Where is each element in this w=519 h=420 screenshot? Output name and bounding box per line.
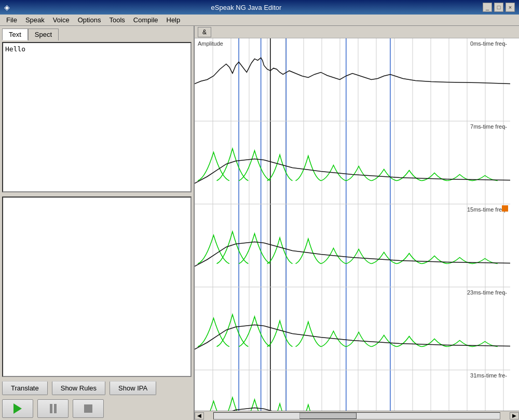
scroll-right-button[interactable]: ► xyxy=(510,412,519,419)
phoneme-display xyxy=(2,197,192,377)
spect-canvas-3 xyxy=(195,287,510,370)
menu-file[interactable]: File xyxy=(2,15,21,25)
spect-panel-2: 15ms-time freq- xyxy=(195,204,510,287)
play-button[interactable] xyxy=(2,399,33,418)
minimize-button[interactable]: _ xyxy=(483,3,492,12)
menu-speak[interactable]: Speak xyxy=(21,15,49,25)
spect-panel-3: 23ms-time freq- xyxy=(195,287,510,370)
spect-panel-4: 31ms-time fre- xyxy=(195,370,510,411)
text-input[interactable]: Hello xyxy=(2,42,192,192)
scrollbar-thumb[interactable] xyxy=(299,413,357,419)
spect-panel-0: Amplitude 0ms-time freq- xyxy=(195,38,510,121)
spect-header: & xyxy=(195,26,519,38)
pause-button[interactable] xyxy=(37,399,69,418)
spect-canvas-0 xyxy=(195,38,510,121)
left-panel: Text Spect Hello Translate Show Rules Sh… xyxy=(0,26,195,420)
playback-controls xyxy=(2,399,192,418)
show-rules-button[interactable]: Show Rules xyxy=(52,381,105,395)
time-label-0: 0ms-time freq- xyxy=(470,40,507,47)
menu-tools[interactable]: Tools xyxy=(105,15,129,25)
menu-help[interactable]: Help xyxy=(162,15,185,25)
main-container: Text Spect Hello Translate Show Rules Sh… xyxy=(0,26,519,420)
menu-options[interactable]: Options xyxy=(74,15,105,25)
spect-tab[interactable]: & xyxy=(198,27,211,37)
spect-canvas-1 xyxy=(195,121,510,204)
spect-canvas-4 xyxy=(195,370,510,411)
time-label-4: 31ms-time fre- xyxy=(470,372,507,379)
time-label-2: 15ms-time freq- xyxy=(467,206,507,213)
maximize-button[interactable]: □ xyxy=(494,3,503,12)
title-bar: ◈ eSpeak NG Java Editor _ □ × xyxy=(0,0,519,15)
pause-icon xyxy=(50,404,57,413)
window-controls: _ □ × xyxy=(483,3,515,12)
play-icon xyxy=(13,403,22,414)
stop-button[interactable] xyxy=(73,399,104,418)
time-label-3: 23ms-time freq- xyxy=(467,289,507,296)
spect-panel-1: 7ms-time freq- xyxy=(195,121,510,204)
scrollbar-track[interactable] xyxy=(213,412,500,419)
scroll-left-button[interactable]: ◄ xyxy=(195,412,204,419)
spect-container[interactable]: Amplitude 0ms-time freq- 7ms-time freq- … xyxy=(195,38,519,411)
tab-spect[interactable]: Spect xyxy=(28,29,59,40)
tab-row: Text Spect xyxy=(2,28,192,40)
right-panel: & Amplitude 0ms-time freq- 7ms-time freq… xyxy=(195,26,519,420)
close-button[interactable]: × xyxy=(506,3,515,12)
translate-button[interactable]: Translate xyxy=(2,381,48,395)
orange-marker xyxy=(502,205,508,212)
show-ipa-button[interactable]: Show IPA xyxy=(110,381,156,395)
amplitude-label: Amplitude xyxy=(198,40,223,47)
spect-canvas-2 xyxy=(195,204,510,287)
horizontal-scrollbar[interactable]: ◄ ► xyxy=(195,411,519,420)
tab-text[interactable]: Text xyxy=(2,29,28,40)
action-buttons: Translate Show Rules Show IPA xyxy=(2,381,192,395)
menu-compile[interactable]: Compile xyxy=(129,15,162,25)
menu-bar: File Speak Voice Options Tools Compile H… xyxy=(0,15,519,26)
time-label-1: 7ms-time freq- xyxy=(470,123,507,130)
menu-voice[interactable]: Voice xyxy=(49,15,74,25)
window-title: eSpeak NG Java Editor xyxy=(10,4,483,11)
title-icon: ◈ xyxy=(4,3,10,11)
stop-icon xyxy=(84,404,92,413)
